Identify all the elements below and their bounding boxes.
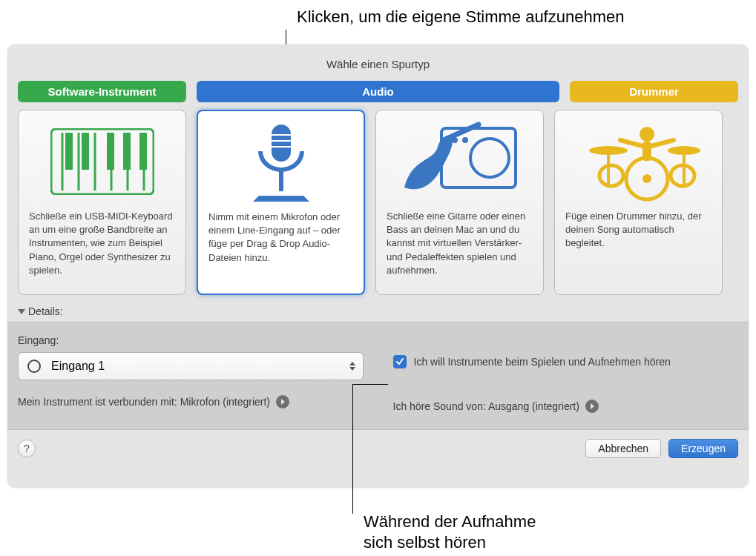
svg-point-28: [668, 146, 700, 155]
callout-bottom: Während der Aufnahme sich selbst hören: [364, 512, 536, 552]
new-track-dialog: Wähle einen Spurtyp Software-Instrument …: [7, 44, 749, 488]
create-button[interactable]: Erzeugen: [668, 439, 738, 458]
input-settings-button[interactable]: [276, 395, 289, 408]
track-type-tabs: Software-Instrument Audio Drummer: [7, 81, 749, 110]
input-select-value: Eingang 1: [51, 360, 105, 373]
details-label: Details:: [28, 305, 63, 317]
dialog-title: Wähle einen Spurtyp: [7, 44, 749, 81]
input-label: Eingang:: [18, 334, 364, 346]
callout-top: Klicken, um die eigene Stimme aufzunehme…: [297, 7, 624, 27]
card-audio-mic[interactable]: Nimm mit einem Mikrofon oder einem Line-…: [197, 110, 365, 295]
svg-line-25: [651, 140, 674, 146]
drummer-icon: [565, 121, 711, 202]
svg-point-22: [640, 127, 654, 142]
connected-device-label: Mein Instrument ist verbunden mit: Mikro…: [18, 396, 270, 408]
input-channel-icon: [27, 360, 41, 373]
svg-rect-1: [65, 133, 73, 170]
keyboard-icon: [29, 121, 175, 202]
card-drummer[interactable]: Füge einen Drummer hinzu, der deinen Son…: [554, 110, 723, 295]
card-software-instrument-desc: Schließe ein USB-MIDI-Keyboard an um ein…: [29, 210, 175, 277]
svg-point-31: [642, 174, 651, 183]
card-drummer-desc: Füge einen Drummer hinzu, der deinen Son…: [565, 210, 711, 251]
card-audio-mic-desc: Nimm mit einem Mikrofon oder einem Line-…: [208, 211, 353, 265]
monitor-checkbox[interactable]: [393, 355, 407, 368]
dialog-footer: ? Abbrechen Erzeugen: [7, 430, 749, 467]
output-settings-button[interactable]: [585, 400, 599, 413]
callout-line-bottom-h: [352, 384, 388, 385]
card-audio-guitar-desc: Schließe eine Gitarre oder einen Bass an…: [387, 210, 533, 277]
chevron-down-icon: [18, 309, 25, 314]
details-disclosure[interactable]: Details:: [7, 302, 749, 322]
details-panel: Eingang: Eingang 1 Mein Instrument ist v…: [7, 322, 749, 430]
card-software-instrument[interactable]: Schließe ein USB-MIDI-Keyboard an um ein…: [18, 110, 186, 295]
tab-drummer[interactable]: Drummer: [570, 81, 738, 102]
microphone-icon: [208, 122, 353, 203]
svg-rect-12: [272, 125, 291, 162]
output-device-label: Ich höre Sound von: Ausgang (integriert): [393, 400, 579, 412]
help-button[interactable]: ?: [18, 440, 36, 457]
svg-point-20: [462, 137, 468, 143]
cancel-button[interactable]: Abbrechen: [585, 439, 661, 458]
track-type-cards: Schließe ein USB-MIDI-Keyboard an um ein…: [7, 110, 749, 302]
svg-point-32: [599, 165, 623, 186]
svg-rect-2: [82, 133, 89, 170]
svg-point-18: [470, 139, 509, 177]
input-select[interactable]: Eingang 1: [18, 352, 364, 380]
callout-line-bottom-v: [352, 384, 353, 514]
tab-audio[interactable]: Audio: [197, 81, 559, 102]
select-arrows-icon: [349, 362, 355, 371]
svg-point-26: [589, 146, 628, 155]
card-audio-guitar[interactable]: Schließe eine Gitarre oder einen Bass an…: [375, 110, 544, 295]
monitor-checkbox-label: Ich will Instrumente beim Spielen und Au…: [414, 356, 671, 368]
svg-line-24: [620, 140, 642, 146]
svg-rect-13: [279, 171, 283, 191]
guitar-amp-icon: [387, 121, 533, 202]
tab-software-instrument[interactable]: Software-Instrument: [18, 81, 186, 102]
